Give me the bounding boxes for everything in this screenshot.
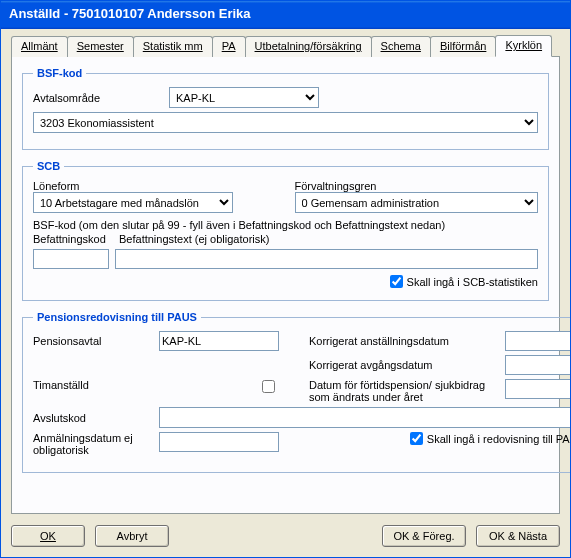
select-loneform[interactable]: 10 Arbetstagare med månadslön [33,192,233,213]
input-befattningskod[interactable] [33,249,109,269]
select-bsfkod[interactable]: 3203 Ekonomiassistent [33,112,538,133]
tab-pa[interactable]: PA [212,36,246,57]
tab-utbetalning[interactable]: Utbetalning/försäkring [245,36,372,57]
select-avtalsomrade[interactable]: KAP-KL [169,87,319,108]
ok-button[interactable]: OK [11,525,85,547]
label-loneform: Löneform [33,180,277,192]
label-forvaltningsgren: Förvaltningsgren [295,180,539,192]
select-forvaltningsgren[interactable]: 0 Gemensam administration [295,192,539,213]
input-korr-anst[interactable] [505,331,571,351]
input-pensionsavtal[interactable] [159,331,279,351]
tab-semester[interactable]: Semester [67,36,134,57]
ok-nasta-button[interactable]: OK & Nästa [476,525,560,547]
tab-kyrklon[interactable]: Kyrklön [495,35,552,57]
label-timanstalld: Timanställd [33,379,153,391]
checkbox-scb-include[interactable]: Skall ingå i SCB-statistiken [390,275,538,288]
input-fortid[interactable] [505,379,571,399]
avbryt-button[interactable]: Avbryt [95,525,169,547]
window-title: Anställd - 7501010107 Andersson Erika [1,1,570,29]
label-anmdatum: Anmälningsdatum ej obligatorisk [33,432,153,456]
label-befattningskod: Befattningskod [33,233,113,245]
tab-allmant[interactable]: Allmänt [11,36,68,57]
input-korr-avg[interactable] [505,355,571,375]
tab-bar: Allmänt Semester Statistik mm PA Utbetal… [11,35,560,57]
checkbox-paus-include-box[interactable] [410,432,423,445]
label-avslutskod: Avslutskod [33,412,153,424]
checkbox-paus-include[interactable]: Skall ingå i redovisning till PAUS [410,432,571,445]
label-befattningstext: Befattningstext (ej obligatorisk) [119,233,269,245]
tab-schema[interactable]: Schema [371,36,431,57]
label-korr-avg: Korrigerat avgångsdatum [309,359,499,371]
legend-bsf: BSF-kod [33,67,86,79]
input-befattningstext[interactable] [115,249,538,269]
tab-content: BSF-kod Avtalsområde KAP-KL 3203 Ekonomi… [11,57,560,514]
group-paus: Pensionsredovisning till PAUS Pensionsav… [22,311,571,473]
client-area: Allmänt Semester Statistik mm PA Utbetal… [1,29,570,557]
ok-foreg-button[interactable]: OK & Föreg. [382,525,466,547]
group-scb: SCB Löneform 10 Arbetstagare med månadsl… [22,160,549,301]
select-avslutskod[interactable] [159,407,571,428]
label-paus-include: Skall ingå i redovisning till PAUS [427,433,571,445]
legend-paus: Pensionsredovisning till PAUS [33,311,201,323]
tab-statistik[interactable]: Statistik mm [133,36,213,57]
input-anmdatum[interactable] [159,432,279,452]
checkbox-timanstalld[interactable] [262,380,275,393]
legend-scb: SCB [33,160,64,172]
tab-bilforman[interactable]: Bilförmån [430,36,496,57]
checkbox-scb-include-box[interactable] [390,275,403,288]
label-avtalsomrade: Avtalsområde [33,92,163,104]
label-scb-include: Skall ingå i SCB-statistiken [407,276,538,288]
label-pensionsavtal: Pensionsavtal [33,335,153,347]
group-bsf: BSF-kod Avtalsområde KAP-KL 3203 Ekonomi… [22,67,549,150]
label-korr-anst: Korrigerat anställningsdatum [309,335,499,347]
label-bsf-hint: BSF-kod (om den slutar på 99 - fyll även… [33,219,538,231]
button-bar: OK Avbryt OK & Föreg. OK & Nästa [11,515,560,547]
label-fortid: Datum för förtidspension/ sjukbidrag som… [309,379,499,403]
